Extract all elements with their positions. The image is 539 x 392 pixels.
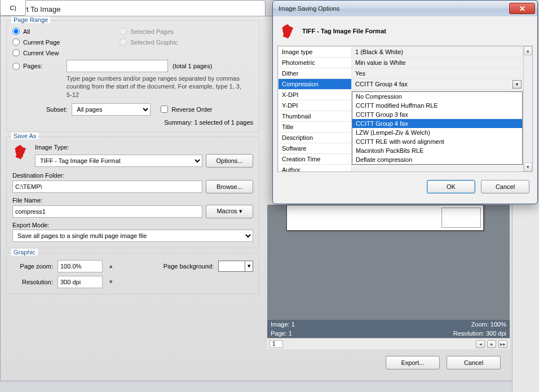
page-bg-label: Page background:	[164, 263, 214, 270]
resolution-input[interactable]	[58, 276, 103, 288]
radio-current-page-label: Current Page	[23, 39, 60, 46]
property-value[interactable]: 1 (Black & White)	[352, 47, 523, 58]
status-zoom: Zoom: 100%	[471, 321, 506, 328]
page-zoom-input[interactable]	[58, 260, 103, 272]
preview-pane: Image: 1 Zoom: 100% Page: 1 Resolution: …	[267, 205, 510, 363]
dropdown-item[interactable]: CCITT modified Huffman RLE	[352, 101, 522, 110]
page-range-group: Page Range All Current Page Current View…	[6, 20, 259, 132]
main-tab-label: C)	[10, 5, 16, 11]
page-bg-swatch[interactable]: ▾	[218, 261, 253, 272]
page-range-summary: Summary: 1 selected of 1 pages	[12, 119, 253, 126]
property-key: Description	[279, 133, 352, 143]
pages-input[interactable]	[67, 60, 168, 72]
property-key: Author	[279, 165, 352, 172]
property-row[interactable]: DitherYes	[279, 68, 523, 79]
property-value[interactable]: CCITT Group 4 fax▾	[352, 79, 523, 90]
image-saving-options-dialog: Image Saving Options ✕ TIFF - Tag Image …	[272, 0, 538, 204]
options-button[interactable]: Options...	[206, 154, 253, 168]
scroll-down-icon[interactable]: ▾	[524, 162, 532, 171]
dest-folder-label: Destination Folder:	[12, 172, 64, 179]
dropdown-item[interactable]: CCITT RLE with word alignment	[352, 137, 522, 146]
radio-current-view-label: Current View	[23, 50, 59, 56]
radio-current-view[interactable]: Current View	[12, 49, 103, 56]
radio-selected-pages-label: Selected Pages	[130, 28, 174, 35]
scroll-up-icon[interactable]: ▴	[524, 46, 532, 55]
total-pages-label: (total 1 pages)	[173, 63, 212, 69]
macros-button-label: Macros	[217, 208, 237, 214]
property-key: Dither	[279, 68, 352, 79]
compression-dropdown[interactable]: No CompressionCCITT modified Huffman RLE…	[352, 91, 523, 165]
property-value[interactable]: Yes	[352, 68, 523, 79]
status-resolution: Resolution: 300 dpi	[453, 330, 506, 337]
main-tab[interactable]: C)	[0, 0, 26, 16]
pager-last-button[interactable]: ▸▸	[498, 340, 507, 348]
subset-label: Subset:	[46, 106, 67, 113]
property-row[interactable]: Image type1 (Black & White)	[279, 47, 523, 58]
resolution-dropdown-icon[interactable]: ▾	[107, 278, 115, 285]
radio-selected-pages: Selected Pages	[120, 28, 178, 35]
property-key: Compression	[279, 79, 352, 90]
export-button[interactable]: Export...	[386, 356, 440, 369]
format-icon	[12, 144, 29, 160]
page-zoom-label: Page zoom:	[12, 263, 53, 270]
property-key: Y-DPI	[279, 100, 352, 111]
radio-selected-graphic: Selected Graphic	[120, 38, 178, 46]
property-key: Photometric	[279, 58, 352, 68]
scrollbar[interactable]: ▴ ▾	[523, 46, 532, 171]
chevron-down-icon: ▾	[239, 208, 242, 214]
radio-pages[interactable]: Pages:	[12, 63, 42, 70]
property-row[interactable]: CompressionCCITT Group 4 fax▾	[279, 79, 523, 90]
status-bar-1: Image: 1 Zoom: 100%	[267, 320, 510, 329]
radio-all[interactable]: All	[12, 28, 103, 35]
property-value[interactable]: Min value is White	[352, 58, 523, 68]
file-name-input[interactable]	[12, 205, 202, 218]
radio-selected-graphic-label: Selected Graphic	[130, 39, 178, 46]
dropdown-item[interactable]: No Compression	[352, 92, 522, 101]
dest-folder-input[interactable]	[12, 180, 202, 193]
status-image: Image: 1	[271, 321, 295, 328]
property-row[interactable]: PhotometricMin value is White	[279, 58, 523, 68]
graphic-group: Graphic Page zoom: ▴ Page background: ▾ …	[6, 253, 259, 294]
export-mode-select[interactable]: Save all pages to a single multi page im…	[12, 230, 253, 242]
ok-button[interactable]: OK	[427, 180, 475, 193]
subset-select[interactable]: All pages	[72, 103, 151, 116]
dropdown-item[interactable]: CCITT Group 3 fax	[352, 110, 522, 119]
reverse-order-label: Reverse Order	[171, 106, 212, 113]
options-title: Image Saving Options	[279, 5, 509, 12]
close-button[interactable]: ✕	[509, 3, 535, 14]
graphic-legend: Graphic	[11, 249, 38, 256]
pager-prev-button[interactable]: ◂	[476, 340, 485, 348]
macros-button[interactable]: Macros ▾	[206, 205, 253, 218]
options-cancel-button[interactable]: Cancel	[481, 180, 529, 193]
save-as-legend: Save As	[11, 133, 38, 139]
browse-button[interactable]: Browse...	[206, 180, 253, 193]
property-row[interactable]: Author	[279, 165, 523, 172]
page-number-input[interactable]	[270, 340, 283, 348]
status-page: Page: 1	[271, 330, 292, 337]
pager-next-button[interactable]: ▸	[487, 340, 496, 348]
pager: ◂ ▸ ▸▸	[267, 338, 510, 349]
zoom-spinner[interactable]: ▴	[107, 262, 115, 270]
save-as-group: Save As Image Type: TIFF - Tag Image Fil…	[6, 136, 259, 248]
property-key: Software	[279, 143, 352, 154]
property-key: Image type	[279, 47, 352, 58]
property-key: X-DPI	[279, 90, 352, 100]
dropdown-arrow-icon[interactable]: ▾	[513, 80, 522, 89]
dropdown-item[interactable]: Macintosh PackBits RLE	[352, 146, 522, 155]
page-range-help: Type page numbers and/or page ranges sep…	[67, 72, 241, 103]
options-titlebar[interactable]: Image Saving Options ✕	[273, 1, 537, 16]
export-cancel-button[interactable]: Cancel	[447, 356, 501, 369]
image-type-select[interactable]: TIFF - Tag Image File Format	[35, 155, 202, 167]
reverse-order-check[interactable]: Reverse Order	[161, 105, 212, 113]
export-mode-label: Export Mode:	[12, 222, 49, 228]
preview-page	[286, 205, 484, 231]
radio-current-page[interactable]: Current Page	[12, 38, 103, 46]
dropdown-item[interactable]: LZW (Lempel-Ziv & Welch)	[352, 128, 522, 137]
dropdown-item[interactable]: Deflate compression	[352, 155, 522, 164]
format-icon	[280, 23, 297, 39]
property-value[interactable]	[352, 165, 523, 172]
format-title: TIFF - Tag Image File Format	[302, 28, 386, 34]
property-key: Creation Time	[279, 154, 352, 165]
preview-titleblock	[441, 208, 481, 228]
dropdown-item[interactable]: CCITT Group 4 fax	[352, 119, 522, 128]
